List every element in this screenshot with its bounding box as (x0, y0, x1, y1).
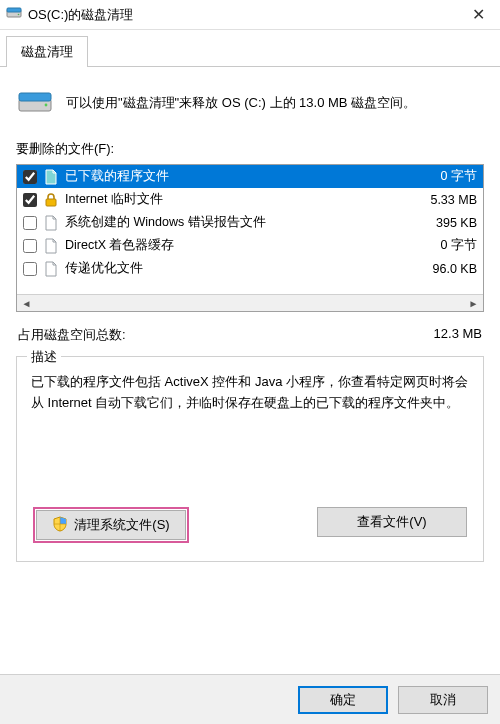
cancel-label: 取消 (430, 691, 456, 709)
svg-rect-6 (46, 199, 56, 206)
chevron-right-icon: ► (469, 298, 479, 309)
list-item[interactable]: Internet 临时文件5.33 MB (17, 188, 483, 211)
svg-point-2 (18, 14, 20, 16)
ok-button[interactable]: 确定 (298, 686, 388, 714)
description-legend: 描述 (27, 348, 61, 366)
clean-system-highlight: 清理系统文件(S) (33, 507, 189, 543)
intro-text: 可以使用"磁盘清理"来释放 OS (C:) 上的 13.0 MB 磁盘空间。 (66, 94, 416, 112)
files-listbox[interactable]: 已下载的程序文件0 字节Internet 临时文件5.33 MB系统创建的 Wi… (16, 164, 484, 312)
chevron-left-icon: ◄ (22, 298, 32, 309)
svg-rect-1 (7, 8, 21, 12)
list-item[interactable]: 系统创建的 Windows 错误报告文件395 KB (17, 211, 483, 234)
title-bar: OS(C:)的磁盘清理 ✕ (0, 0, 500, 30)
clean-system-files-button[interactable]: 清理系统文件(S) (36, 510, 186, 540)
file-icon (43, 238, 59, 254)
clean-system-files-label: 清理系统文件(S) (74, 516, 169, 534)
list-item-name: Internet 临时文件 (65, 191, 424, 208)
drive-icon (6, 5, 22, 24)
list-item-name: DirectX 着色器缓存 (65, 237, 435, 254)
cancel-button[interactable]: 取消 (398, 686, 488, 714)
description-text: 已下载的程序文件包括 ActiveX 控件和 Java 小程序，你查看特定网页时… (31, 371, 469, 491)
view-files-button[interactable]: 查看文件(V) (317, 507, 467, 537)
list-item-name: 传递优化文件 (65, 260, 427, 277)
scroll-left-button[interactable]: ◄ (18, 296, 35, 311)
tab-strip: 磁盘清理 (0, 30, 500, 67)
list-item-checkbox[interactable] (23, 193, 37, 207)
list-item-checkbox[interactable] (23, 262, 37, 276)
file-icon (43, 261, 59, 277)
intro-row: 可以使用"磁盘清理"来释放 OS (C:) 上的 13.0 MB 磁盘空间。 (16, 81, 484, 136)
list-item[interactable]: 传递优化文件96.0 KB (17, 257, 483, 280)
close-button[interactable]: ✕ (456, 0, 500, 30)
list-item-name: 已下载的程序文件 (65, 168, 435, 185)
view-files-label: 查看文件(V) (357, 513, 426, 531)
dialog-footer: 确定 取消 (0, 674, 500, 724)
totals-value: 12.3 MB (434, 326, 482, 344)
list-item[interactable]: DirectX 着色器缓存0 字节 (17, 234, 483, 257)
list-item-size: 395 KB (436, 216, 477, 230)
tab-disk-cleanup[interactable]: 磁盘清理 (6, 36, 88, 67)
lock-icon (43, 192, 59, 208)
list-item-checkbox[interactable] (23, 170, 37, 184)
list-item-checkbox[interactable] (23, 216, 37, 230)
ok-label: 确定 (330, 691, 356, 709)
list-item-size: 0 字节 (441, 237, 477, 254)
list-item-size: 5.33 MB (430, 193, 477, 207)
close-icon: ✕ (472, 5, 485, 24)
window-title: OS(C:)的磁盘清理 (28, 6, 456, 24)
file-icon (43, 169, 59, 185)
list-item-size: 96.0 KB (433, 262, 477, 276)
file-icon (43, 215, 59, 231)
description-group: 描述 已下载的程序文件包括 ActiveX 控件和 Java 小程序，你查看特定… (16, 356, 484, 562)
shield-icon (52, 516, 68, 535)
list-item-size: 0 字节 (441, 168, 477, 185)
list-item-checkbox[interactable] (23, 239, 37, 253)
svg-point-5 (45, 104, 48, 107)
scroll-right-button[interactable]: ► (465, 296, 482, 311)
list-item[interactable]: 已下载的程序文件0 字节 (17, 165, 483, 188)
list-item-name: 系统创建的 Windows 错误报告文件 (65, 214, 430, 231)
svg-rect-4 (19, 93, 51, 101)
totals-label: 占用磁盘空间总数: (18, 326, 126, 344)
totals-row: 占用磁盘空间总数: 12.3 MB (18, 326, 482, 344)
drive-large-icon (18, 87, 52, 118)
files-to-delete-label: 要删除的文件(F): (16, 140, 484, 158)
horizontal-scrollbar[interactable]: ◄ ► (17, 294, 483, 311)
